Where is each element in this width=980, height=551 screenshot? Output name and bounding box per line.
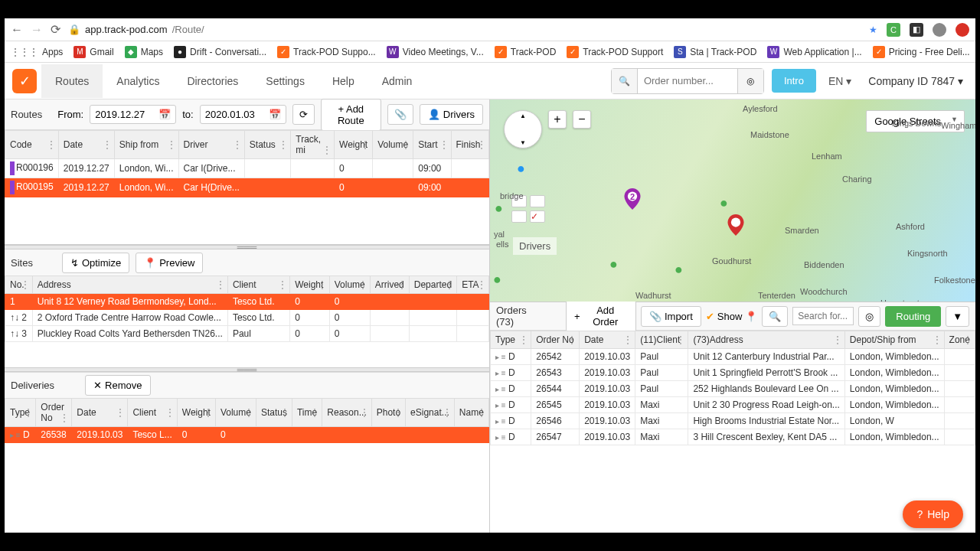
map-place-label: Charing bbox=[842, 174, 872, 184]
table-row[interactable]: ▸ ≡ D265422019.10.03PaulUnit 12 Canterbu… bbox=[491, 349, 975, 365]
bookmark[interactable]: ✓Track-POD bbox=[495, 46, 557, 58]
map-pan-control[interactable] bbox=[504, 110, 542, 148]
import-button[interactable]: 📎 Import bbox=[641, 306, 701, 327]
avatar-icon[interactable] bbox=[933, 23, 946, 37]
bookmark[interactable]: ●Drift - Conversati... bbox=[174, 46, 266, 58]
tab-directories[interactable]: Directories bbox=[173, 64, 252, 98]
zoom-out-button[interactable]: − bbox=[573, 110, 591, 129]
map-place-label: Wadhurst bbox=[635, 291, 671, 300]
map-marker-icon[interactable]: ● bbox=[517, 161, 525, 177]
map-marker-icon[interactable]: ● bbox=[495, 201, 503, 217]
bookmark[interactable]: ✓Track-POD Suppo... bbox=[277, 46, 376, 58]
filter-button[interactable]: ▼ bbox=[946, 306, 969, 327]
order-search[interactable]: 🔍 ◎ bbox=[611, 68, 764, 94]
map-marker-icon[interactable]: ● bbox=[675, 262, 683, 278]
map-marker-icon[interactable]: ● bbox=[493, 272, 501, 288]
map-place-label: bridge bbox=[500, 191, 524, 201]
tab-analytics[interactable]: Analytics bbox=[103, 64, 173, 98]
search-target-icon[interactable]: ◎ bbox=[737, 69, 763, 93]
map-place-label: Folkestone bbox=[934, 276, 975, 285]
lock-icon: 🔒 bbox=[68, 24, 80, 35]
map-marker-icon[interactable]: ● bbox=[609, 256, 618, 272]
bookmark[interactable]: MGmail bbox=[74, 46, 113, 58]
attach-button[interactable]: 📎 bbox=[387, 104, 413, 125]
ext-icon[interactable]: C bbox=[887, 23, 900, 37]
map-pin-icon[interactable]: 2 bbox=[624, 188, 641, 210]
map-place-label: Kingsnorth bbox=[907, 249, 948, 258]
zoom-in-button[interactable]: + bbox=[548, 110, 567, 129]
map-place-label: Lenham bbox=[812, 152, 842, 161]
reload-icon[interactable]: ⟳ bbox=[51, 22, 60, 37]
add-order-button[interactable]: + Add Order bbox=[566, 300, 636, 332]
back-icon[interactable]: ← bbox=[11, 23, 23, 37]
map-place-label: Aylesford bbox=[743, 104, 778, 113]
map-place-label: Tenterden bbox=[758, 291, 795, 300]
tab-help[interactable]: Help bbox=[318, 64, 368, 98]
table-row[interactable]: 1Unit 8 12 Verney Road Bermondsey, Lond.… bbox=[5, 294, 489, 310]
sites-table: No.AddressClientWeightVolumeArrivedDepar… bbox=[5, 276, 489, 342]
map-place-label: ells bbox=[496, 240, 509, 249]
deliveries-toolbar: Deliveries ✕ Remove bbox=[5, 372, 489, 398]
url-bar[interactable]: 🔒 app.track-pod.com/Route/ bbox=[68, 24, 204, 35]
help-fab-button[interactable]: ? Help bbox=[903, 500, 963, 528]
table-row[interactable]: R0001952019.12.27London, Wi...Car H(Driv… bbox=[5, 178, 489, 197]
from-date-input[interactable]: 2019.12.27📅 bbox=[90, 105, 176, 124]
refresh-button[interactable]: ⟳ bbox=[292, 104, 315, 125]
table-row[interactable]: ↑↓ 22 Oxford Trade Centre Harrow Road Co… bbox=[5, 310, 489, 326]
map[interactable]: + − ✓ Drivers Google Streets AylesfordMa… bbox=[490, 99, 975, 302]
order-search-input[interactable] bbox=[638, 75, 737, 86]
map-place-label: yal bbox=[494, 230, 505, 239]
table-row[interactable]: ▸ ≡ D265432019.10.03PaulUnit 1 Springfie… bbox=[491, 365, 975, 381]
svg-point-2 bbox=[731, 217, 740, 227]
to-date-input[interactable]: 2020.01.03📅 bbox=[200, 105, 286, 124]
orders-search-input[interactable] bbox=[792, 307, 854, 325]
show-toggle[interactable]: ✔Show📍 bbox=[706, 311, 758, 322]
tab-admin[interactable]: Admin bbox=[368, 64, 426, 98]
table-row[interactable]: ▸ ≡ D265462019.10.03MaxiHigh Brooms Indu… bbox=[491, 413, 975, 429]
map-place-label: Smarden bbox=[785, 226, 819, 235]
bookmark[interactable]: SSta | Track-POD bbox=[674, 46, 756, 58]
optimize-button[interactable]: ↯ Optimize bbox=[62, 253, 129, 273]
language-select[interactable]: EN ▾ bbox=[824, 75, 856, 87]
bookmark[interactable]: WVideo Meetings, V... bbox=[387, 46, 484, 58]
orders-title: Orders (73) bbox=[496, 305, 546, 328]
routes-toolbar: Routes From: 2019.12.27📅 to: 2020.01.03📅… bbox=[5, 99, 489, 130]
add-route-button[interactable]: + Add Route bbox=[321, 99, 381, 131]
table-row[interactable]: ▸ ≡ D265472019.10.03Maxi3 Hill Crescent … bbox=[491, 429, 975, 445]
forward-icon[interactable]: → bbox=[31, 23, 43, 37]
bookmark-apps[interactable]: ⋮⋮⋮Apps bbox=[11, 47, 63, 57]
sites-toolbar: Sites ↯ Optimize 📍Preview bbox=[5, 249, 489, 276]
bookmark[interactable]: WWeb Application |... bbox=[767, 46, 861, 58]
routing-button[interactable]: Routing bbox=[885, 306, 941, 327]
bookmark[interactable]: ✓Pricing - Free Deli... bbox=[873, 46, 970, 58]
table-row[interactable]: ↑↓ 3Pluckley Road Colts Yard Bethersden … bbox=[5, 326, 489, 342]
map-place-label: Hamstreet bbox=[880, 298, 920, 302]
tab-settings[interactable]: Settings bbox=[252, 64, 318, 98]
routes-title: Routes bbox=[11, 109, 42, 120]
ext-icon[interactable] bbox=[956, 23, 969, 37]
tab-routes[interactable]: Routes bbox=[41, 64, 103, 98]
bookmark[interactable]: ✓Track-POD Support bbox=[567, 46, 663, 58]
orders-target-button[interactable]: ◎ bbox=[858, 306, 880, 327]
drivers-panel-label[interactable]: Drivers bbox=[513, 237, 557, 255]
table-row[interactable]: ▸ ≡ D265442019.10.03Paul252 Highlands Bo… bbox=[491, 381, 975, 397]
table-row[interactable]: ▸ ≡ D265382019.10.03Tesco L...00 bbox=[5, 427, 489, 443]
ext-icon[interactable]: ◧ bbox=[910, 23, 923, 37]
search-icon[interactable]: 🔍 bbox=[612, 69, 638, 93]
table-row[interactable]: ▸ ≡ D265452019.10.03MaxiUnit 2 30 Progre… bbox=[491, 397, 975, 413]
preview-button[interactable]: 📍Preview bbox=[136, 253, 203, 273]
drivers-button[interactable]: 👤 Drivers bbox=[420, 104, 483, 125]
bookmark[interactable]: ◆Maps bbox=[125, 46, 163, 58]
star-icon[interactable]: ★ bbox=[869, 24, 877, 35]
company-select[interactable]: Company ID 7847 ▾ bbox=[864, 75, 968, 87]
remove-button[interactable]: ✕ Remove bbox=[85, 375, 150, 396]
table-row[interactable]: R0001962019.12.27London, Wi...Car I(Driv… bbox=[5, 159, 489, 178]
map-pin-icon[interactable] bbox=[727, 214, 744, 236]
map-marker-icon[interactable]: ● bbox=[720, 195, 728, 211]
map-place-label: Maidstone bbox=[750, 130, 789, 139]
nav-tabs: Routes Analytics Directories Settings He… bbox=[41, 64, 426, 98]
calendar-icon: 📅 bbox=[158, 109, 171, 120]
app-logo-icon[interactable]: ✓ bbox=[12, 69, 37, 93]
search-orders-icon[interactable]: 🔍 bbox=[762, 306, 788, 327]
intro-button[interactable]: Intro bbox=[772, 69, 816, 93]
